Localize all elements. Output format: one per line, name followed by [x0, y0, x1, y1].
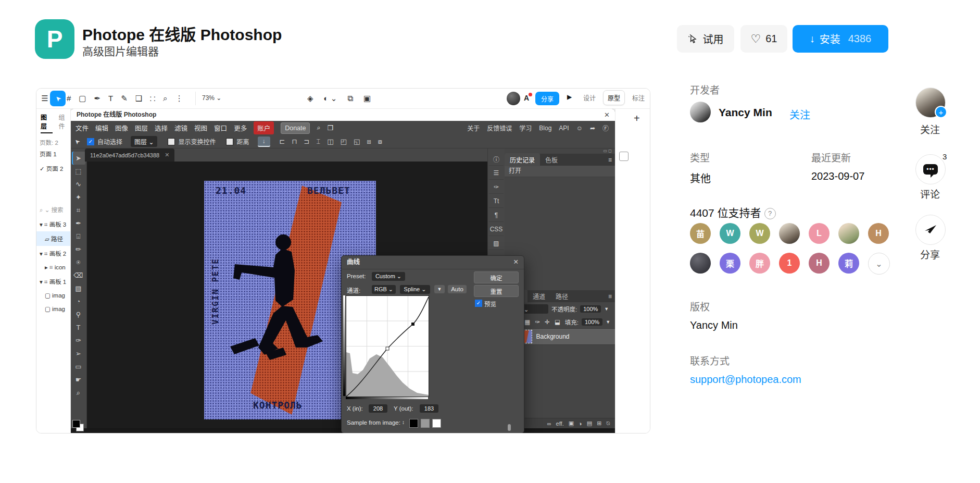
menu-edit[interactable]: 编辑	[95, 123, 108, 133]
updown-icon[interactable]: ↕	[402, 419, 405, 425]
white-point-swatch[interactable]	[432, 419, 441, 428]
share-button[interactable]	[915, 215, 946, 245]
new-layer-icon[interactable]: ⊞	[597, 420, 601, 427]
menu-learn[interactable]: 学习	[519, 123, 532, 132]
insert-icon[interactable]: ⧈	[367, 138, 371, 146]
menu-more[interactable]: 更多	[234, 123, 247, 133]
document-tab[interactable]: 11e2a0e47add5d7cb34388 ✕	[85, 148, 174, 162]
supporter-avatar[interactable]: 胖	[749, 253, 770, 274]
opacity-caret-icon[interactable]: ▼	[604, 306, 609, 312]
curves-dialog-titlebar[interactable]: 曲线✕	[342, 256, 524, 269]
move-tool[interactable]: ➤	[72, 152, 85, 165]
panel-collapse-button[interactable]	[619, 152, 629, 161]
shape-tool-icon[interactable]: ▢	[79, 91, 86, 106]
curves-graph[interactable]	[346, 295, 429, 397]
eyedropper-tool[interactable]: ✒	[72, 217, 85, 230]
more-icon[interactable]: ⋮	[175, 91, 183, 106]
crop-tool[interactable]: ⌗	[72, 204, 85, 217]
tab-swatches[interactable]: 色板	[540, 153, 563, 166]
close-window-icon[interactable]: ✕	[604, 109, 610, 121]
twitter-icon[interactable]: ➦	[590, 125, 595, 132]
info-panel-icon[interactable]: ⓘ	[489, 153, 504, 166]
facebook-icon[interactable]: Ⓕ	[602, 123, 609, 132]
align-top-icon[interactable]: ⊓	[292, 138, 297, 146]
curve-drop-button[interactable]: ▼	[434, 285, 445, 293]
zoom-level[interactable]: 73% ⌄	[202, 94, 221, 102]
paragraph-panel-icon[interactable]: ¶	[489, 209, 504, 222]
menu-window[interactable]: 窗口	[214, 123, 227, 133]
eraser-tool[interactable]: ⌫	[72, 269, 85, 282]
follow-avatar-button[interactable]: +	[915, 88, 946, 118]
brush-tool[interactable]: ✏	[72, 243, 85, 256]
move-tool-selected[interactable]: ➤	[50, 91, 66, 106]
add-icon[interactable]: +	[634, 113, 640, 125]
character-panel-icon[interactable]: Tt	[489, 195, 504, 208]
heal-tool[interactable]: ⌻	[72, 230, 85, 243]
pad-icon[interactable]: ◰	[341, 138, 347, 146]
x-in-value[interactable]: 208	[369, 404, 387, 413]
preview-checkbox[interactable]: ✓	[475, 300, 482, 307]
search-icon[interactable]: ⌕	[163, 91, 167, 106]
tree-path[interactable]: ▱ 路径	[36, 231, 70, 246]
supporter-avatar[interactable]: 栗	[720, 253, 740, 274]
align-left-icon[interactable]: ⊏	[280, 138, 285, 146]
scrollbar-handle[interactable]	[508, 424, 511, 431]
main-menu-icon[interactable]: ☰	[40, 91, 50, 106]
reset-button[interactable]: 重置	[474, 285, 519, 297]
insert2-icon[interactable]: ⧇	[378, 138, 382, 146]
supporter-avatar[interactable]	[838, 223, 859, 244]
pen-tool[interactable]: ✑	[72, 334, 85, 347]
layer-dropdown[interactable]: 图层 ⌄	[131, 136, 157, 147]
contact-email[interactable]: support@photopea.com	[690, 374, 801, 386]
menu-file[interactable]: 文件	[76, 123, 89, 133]
menu-layer[interactable]: 图层	[135, 123, 148, 133]
follow-link[interactable]: 关注	[789, 107, 810, 122]
comment-tool-icon[interactable]: ❑	[135, 91, 142, 106]
fullscreen-icon[interactable]: ❒	[327, 124, 333, 132]
tab-components[interactable]: 组件	[59, 113, 71, 133]
image-panel-icon[interactable]: ▨	[489, 237, 504, 250]
supporter-avatar[interactable]: L	[809, 223, 830, 244]
tab-history[interactable]: 历史记录	[505, 153, 540, 166]
link-icon[interactable]: ∞	[547, 420, 551, 427]
try-button[interactable]: 试用	[677, 25, 734, 53]
page-item-2[interactable]: ✓ 页面 2	[36, 161, 70, 176]
distribute-h-icon[interactable]: ◫	[327, 138, 333, 146]
ok-button[interactable]: 确定	[474, 271, 519, 283]
frame-preview-icon[interactable]: ▣	[363, 91, 371, 106]
lock-icons[interactable]: ▦ ✑ ✛ ⬓	[524, 318, 562, 326]
menu-image[interactable]: 图像	[115, 123, 128, 133]
tree-frame-2[interactable]: ▾ ⌗ 画板 2	[36, 246, 70, 261]
shape-tool[interactable]: ▭	[72, 360, 85, 373]
align-right-icon[interactable]: ⊐	[304, 138, 310, 146]
tree-frame-1[interactable]: ▾ ⌗ 画板 1	[36, 274, 70, 289]
search-icon[interactable]: ⌕	[317, 124, 320, 132]
fill-caret-icon[interactable]: ▼	[606, 319, 610, 325]
tree-image[interactable]: ▢ imag	[36, 289, 70, 302]
fill-value[interactable]: 100%	[582, 318, 602, 326]
distance-checkbox[interactable]	[226, 138, 233, 145]
pad2-icon[interactable]: ◱	[354, 138, 360, 146]
supporter-avatar[interactable]: W	[749, 223, 770, 244]
hand-tool[interactable]: ☛	[72, 373, 85, 386]
figma-share-button[interactable]: 分享	[535, 92, 559, 105]
menu-view[interactable]: 视图	[194, 123, 207, 133]
lasso-tool[interactable]: ∿	[72, 178, 85, 191]
supporter-avatar[interactable]: H	[809, 253, 830, 274]
developer-avatar[interactable]	[690, 102, 711, 122]
type-tool[interactable]: T	[72, 321, 85, 334]
page-item-1[interactable]: 页面 1	[36, 146, 70, 161]
css-panel-icon[interactable]: CSS	[489, 223, 504, 236]
curve-point-hollow[interactable]	[386, 347, 389, 350]
channel-dropdown[interactable]: RGB ⌄	[372, 285, 396, 294]
search-row[interactable]: ⌕ ⌄ 搜索	[36, 203, 70, 214]
supporter-avatar[interactable]: H	[868, 223, 889, 244]
path-select-tool[interactable]: ➢	[72, 347, 85, 360]
tab-inspect[interactable]: 标注	[628, 91, 649, 105]
menu-account[interactable]: 账户	[254, 121, 274, 134]
wand-tool[interactable]: ✦	[72, 191, 85, 204]
supporter-avatar[interactable]: 苗	[690, 223, 711, 244]
tab-layers[interactable]: 图层	[41, 113, 53, 133]
panel-menu-icon[interactable]: ≡	[608, 293, 612, 300]
menu-api[interactable]: API	[559, 125, 569, 132]
